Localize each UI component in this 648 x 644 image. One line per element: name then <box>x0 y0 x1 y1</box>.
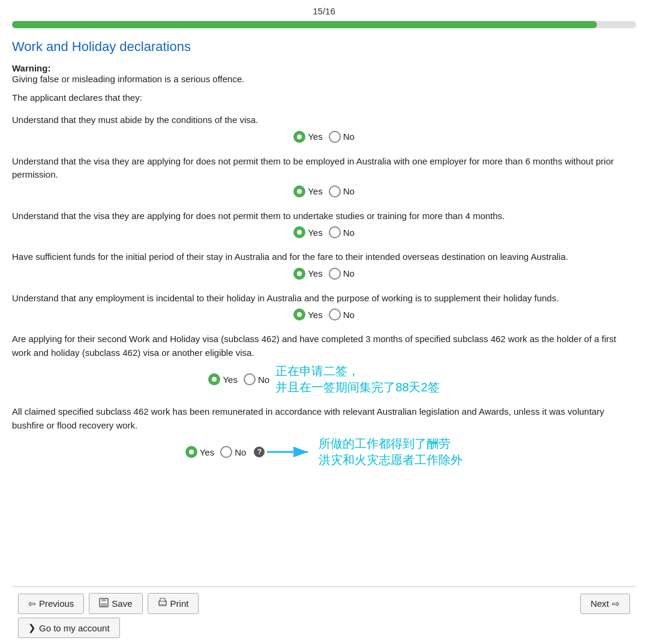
go-to-account-label: Go to my account <box>39 623 110 633</box>
bottom-bar: ⇦ Previous Save <box>12 586 636 644</box>
yes-label-q6: Yes <box>223 375 237 385</box>
warning-block: Warning: Giving false or misleading info… <box>12 63 636 84</box>
svg-rect-4 <box>101 603 107 606</box>
next-label: Next <box>590 598 609 609</box>
radio-filled-yes-q4 <box>293 268 305 280</box>
radio-no-q5[interactable]: No <box>329 308 355 320</box>
no-label-q4: No <box>343 268 355 278</box>
save-icon <box>99 598 109 609</box>
previous-button[interactable]: ⇦ Previous <box>18 594 84 614</box>
question-text-q3: Understand that the visa they are applyi… <box>12 209 636 223</box>
radio-row-q7: Yes No ? <box>185 446 265 458</box>
previous-label: Previous <box>39 598 74 609</box>
radio-empty-no-q3 <box>329 226 341 238</box>
save-button[interactable]: Save <box>89 593 142 614</box>
radio-yes-q4[interactable]: Yes <box>293 268 322 280</box>
question-text-q7: All claimed specified subclass 462 work … <box>12 405 636 432</box>
yes-label-q5: Yes <box>308 310 322 320</box>
radio-empty-no-q6 <box>244 373 256 385</box>
radio-no-q3[interactable]: No <box>329 226 355 238</box>
radio-annotation-row-q6: Yes No 正在申请二签， 并且在一签期间集完了88天2签 <box>12 363 636 396</box>
page-wrapper: 15/16 Work and Holiday declarations Warn… <box>0 0 648 644</box>
radio-filled-yes-q7 <box>185 446 197 458</box>
radio-no-q1[interactable]: No <box>329 131 355 143</box>
radio-no-q4[interactable]: No <box>329 268 355 280</box>
bottom-row-1: ⇦ Previous Save <box>18 593 630 614</box>
yes-label-q1: Yes <box>308 131 322 142</box>
yes-label-q2: Yes <box>308 186 322 196</box>
question-text-q2: Understand that the visa they are applyi… <box>12 155 636 182</box>
question-block-q6: Are applying for their second Work and H… <box>12 333 636 396</box>
question-block-q3: Understand that the visa they are applyi… <box>12 209 636 241</box>
progress-bar-container <box>12 21 636 28</box>
warning-label: Warning: <box>12 63 50 73</box>
radio-filled-yes-q3 <box>293 226 305 238</box>
annotation-arrow-q7: 所做的工作都得到了酬劳 洪灾和火灾志愿者工作除外 <box>265 436 463 468</box>
radio-empty-no-q4 <box>329 268 341 280</box>
radio-empty-no-q1 <box>329 131 341 143</box>
arrow-icon-q7 <box>265 443 313 461</box>
radio-row-q6: Yes No <box>208 373 269 385</box>
progress-bar-fill <box>12 21 597 28</box>
radio-empty-no-q7 <box>220 446 232 458</box>
no-label-q3: No <box>343 227 355 238</box>
no-label-q2: No <box>343 186 355 196</box>
applicant-declares: The applicant declares that they: <box>12 92 636 103</box>
left-buttons: ⇦ Previous Save <box>18 593 199 614</box>
radio-filled-yes-q1 <box>293 131 305 143</box>
question-block-q4: Have sufficient funds for the initial pe… <box>12 250 636 282</box>
radio-no-q7[interactable]: No <box>220 446 246 458</box>
radio-no-q6[interactable]: No <box>244 373 269 385</box>
next-button[interactable]: Next ⇨ <box>580 594 630 614</box>
page-counter: 15/16 <box>12 6 636 16</box>
previous-icon: ⇦ <box>28 598 36 609</box>
svg-rect-7 <box>160 604 165 606</box>
save-svg <box>99 598 109 607</box>
yes-label-q4: Yes <box>308 268 322 278</box>
no-label-q7: No <box>235 447 246 457</box>
go-to-account-button[interactable]: ❯ Go to my account <box>18 618 120 638</box>
question-block-q1: Understand that they must abide by the c… <box>12 113 636 145</box>
radio-yes-q1[interactable]: Yes <box>293 131 322 143</box>
print-button[interactable]: Print <box>148 593 199 614</box>
question-text-q5: Understand that any employment is incide… <box>12 292 636 305</box>
radio-yes-q7[interactable]: Yes <box>185 446 214 458</box>
help-icon-q7[interactable]: ? <box>254 447 265 457</box>
save-label: Save <box>112 598 132 609</box>
annotation-q7: 所做的工作都得到了酬劳 洪灾和火灾志愿者工作除外 <box>319 436 463 468</box>
question-block-q7: All claimed specified subclass 462 work … <box>12 405 636 468</box>
bottom-row-2: ❯ Go to my account <box>18 618 630 638</box>
question-block-q5: Understand that any employment is incide… <box>12 292 636 324</box>
radio-no-q2[interactable]: No <box>329 185 355 197</box>
radio-row-q4: Yes No <box>12 268 636 280</box>
radio-filled-yes-q2 <box>293 185 305 197</box>
radio-empty-no-q2 <box>329 185 341 197</box>
radio-yes-q2[interactable]: Yes <box>293 185 322 197</box>
radio-yes-q5[interactable]: Yes <box>293 308 322 320</box>
go-to-account-icon: ❯ <box>28 622 36 633</box>
svg-rect-6 <box>160 598 165 601</box>
radio-row-q1: Yes No <box>12 131 636 143</box>
question-text-q4: Have sufficient funds for the initial pe… <box>12 250 636 264</box>
radio-empty-no-q5 <box>329 308 341 320</box>
print-svg <box>158 598 167 607</box>
radio-filled-yes-q5 <box>293 308 305 320</box>
annotation-q6: 正在申请二签， 并且在一签期间集完了88天2签 <box>275 363 439 396</box>
no-label-q1: No <box>343 131 355 142</box>
svg-rect-3 <box>101 598 106 601</box>
radio-row-q5: Yes No <box>12 308 636 320</box>
no-label-q5: No <box>343 310 355 320</box>
section-title: Work and Holiday declarations <box>12 39 636 55</box>
yes-label-q3: Yes <box>308 227 322 238</box>
warning-text: Giving false or misleading information i… <box>12 74 636 84</box>
next-icon: ⇨ <box>612 598 620 609</box>
question-text-q1: Understand that they must abide by the c… <box>12 113 636 127</box>
no-label-q6: No <box>258 375 269 385</box>
print-label: Print <box>170 598 189 609</box>
radio-row-q3: Yes No <box>12 226 636 238</box>
radio-annotation-row-q7: Yes No ? 所做的工作都得到了酬劳 洪灾和火灾志愿者工 <box>12 436 636 468</box>
question-text-q6: Are applying for their second Work and H… <box>12 333 636 360</box>
yes-label-q7: Yes <box>200 447 214 457</box>
radio-yes-q3[interactable]: Yes <box>293 226 322 238</box>
radio-yes-q6[interactable]: Yes <box>208 373 237 385</box>
